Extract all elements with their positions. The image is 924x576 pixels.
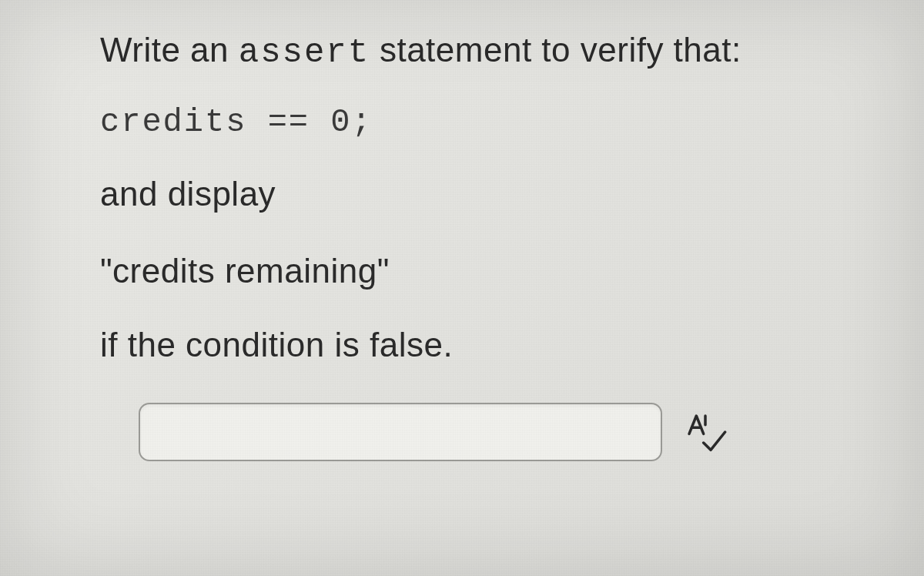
text-suffix: statement to verify that: (370, 31, 742, 69)
prompt-line-3: and display (100, 175, 832, 213)
question-panel: Write an assert statement to verify that… (0, 0, 924, 492)
prompt-line-1: Write an assert statement to verify that… (100, 31, 832, 72)
answer-input[interactable] (139, 403, 662, 461)
spellcheck-icon[interactable] (684, 410, 727, 454)
answer-row (139, 403, 832, 461)
code-keyword-assert: assert (239, 33, 370, 72)
code-expression: credits == 0; (100, 104, 832, 141)
prompt-line-4: "credits remaining" (100, 252, 832, 290)
text-prefix: Write an (100, 31, 239, 69)
prompt-line-5: if the condition is false. (100, 326, 832, 364)
